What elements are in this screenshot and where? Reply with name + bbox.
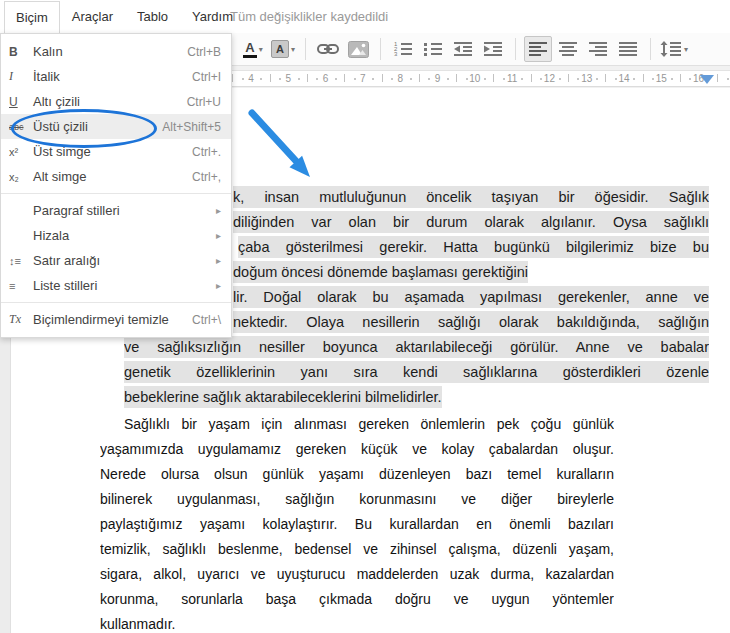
menu-item-liste-stilleri[interactable]: ≡Liste stilleri▸ — [1, 273, 231, 298]
menu-shortcut: Ctrl+. — [192, 145, 221, 159]
menu-item-hizala[interactable]: Hizala▸ — [1, 223, 231, 248]
align-center-icon — [558, 41, 578, 57]
ruler-number: 13 — [577, 73, 597, 84]
menu-shortcut: Ctrl+U — [187, 95, 221, 109]
menu-shortcut: Ctrl+\ — [192, 313, 221, 327]
menu-item-i̇talik[interactable]: IİtalikCtrl+I — [1, 64, 231, 89]
menubar-item-biçim[interactable]: Biçim — [4, 1, 60, 33]
align-right-icon — [588, 41, 608, 57]
menu-item-label: Paragraf stilleri — [33, 203, 216, 218]
menu-item-üstü-çizili[interactable]: abcÜstü çiziliAlt+Shift+5 — [1, 114, 231, 139]
menu-item-altı-çizili[interactable]: UAltı çiziliCtrl+U — [1, 89, 231, 114]
text-color-icon: A — [243, 41, 256, 58]
subscript-icon: x₂ — [9, 171, 33, 183]
ruler-tick — [270, 74, 271, 82]
ruler-tick — [559, 78, 561, 80]
line-spacing-button[interactable]: ▾ — [659, 36, 689, 62]
align-justify-button[interactable] — [614, 36, 642, 62]
text-line: sigara, alkol, uyarıcı ve uyuşturucu mad… — [100, 563, 614, 585]
superscript-icon: x² — [9, 146, 33, 158]
text-color-button[interactable]: A ▾ — [239, 36, 267, 62]
autosave-status: Tüm değişiklikler kaydedildi — [230, 9, 388, 24]
ruler-tick — [456, 74, 457, 82]
line-spacing-icon — [660, 41, 682, 57]
ruler-tick — [596, 78, 598, 80]
menubar-item-tablo[interactable]: Tablo — [125, 1, 180, 32]
ruler-number: 10 — [465, 73, 485, 84]
menu-item-label: Kalın — [33, 44, 187, 59]
submenu-arrow-icon: ▸ — [216, 230, 221, 241]
bullet-list-button[interactable] — [419, 36, 447, 62]
text-line: Nerede olursa olsun günlük yaşamı düzenl… — [100, 463, 614, 485]
ruler-tick — [298, 78, 300, 80]
menu-item-label: İtalik — [33, 69, 192, 84]
bullet-list-icon — [423, 41, 443, 57]
menu-separator — [1, 193, 231, 194]
line-spacing-icon: ↕≡ — [9, 255, 33, 267]
increase-indent-button[interactable] — [479, 36, 507, 62]
text-line: k, insan mutluluğunun öncelik taşıyan bi… — [233, 186, 709, 208]
menu-separator — [1, 302, 231, 303]
text-line: genetik özelliklerinin yanı sıra kendi s… — [124, 361, 709, 383]
menu-item-kalın[interactable]: BKalınCtrl+B — [1, 39, 231, 64]
chevron-down-icon: ▾ — [291, 45, 295, 54]
menu-item-label: Alt simge — [33, 169, 192, 184]
menu-shortcut: Ctrl+I — [192, 70, 221, 84]
toolbar-separator — [380, 38, 381, 60]
right-indent-marker[interactable] — [700, 75, 714, 84]
svg-text:3: 3 — [394, 51, 398, 57]
insert-link-button[interactable] — [314, 36, 342, 62]
text-line: Sağlıklı bir yaşam için alınması gereken… — [124, 413, 614, 435]
insert-image-button[interactable] — [344, 36, 372, 62]
text-line: yaşamımızda uygulamamız gereken küçük ve… — [100, 438, 614, 460]
text-line: çaba gösterilmesi gerekir. Hatta bugünkü… — [238, 236, 709, 258]
menu-item-paragraf-stilleri[interactable]: Paragraf stilleri▸ — [1, 198, 231, 223]
ruler-tick — [671, 78, 673, 80]
ruler-tick — [232, 74, 233, 82]
ruler-number: 5 — [278, 73, 298, 84]
menubar-item-araçlar[interactable]: Araçlar — [60, 1, 125, 32]
menu-item-label: Biçimlendirmeyi temizle — [33, 312, 192, 327]
decrease-indent-button[interactable] — [449, 36, 477, 62]
menu-item-alt-simge[interactable]: x₂Alt simgeCtrl+, — [1, 164, 231, 189]
chevron-down-icon: ▾ — [259, 45, 263, 54]
ruler-tick — [605, 74, 606, 82]
ruler-number: 11 — [502, 73, 522, 84]
chevron-down-icon: ▾ — [684, 45, 688, 54]
text-line: temizlik, sağlıklı beslenme, bedensel ve… — [100, 538, 614, 560]
google-docs-window: k, insan mutluluğunun öncelik taşıyan bi… — [0, 0, 730, 633]
ruler-tick — [633, 78, 635, 80]
ruler-tick — [419, 74, 420, 82]
italic-icon: I — [9, 69, 33, 84]
menu-item-label: Üstü çizili — [33, 119, 162, 134]
toolbar-separator — [515, 38, 516, 60]
menu-item-biçimlendirmeyi-temizle[interactable]: TxBiçimlendirmeyi temizleCtrl+\ — [1, 307, 231, 332]
align-left-button[interactable] — [524, 36, 552, 62]
ruler-tick — [447, 78, 449, 80]
ruler-tick — [717, 74, 718, 82]
numbered-list-button[interactable]: 123 — [389, 36, 417, 62]
submenu-arrow-icon: ▸ — [216, 205, 221, 216]
menu-shortcut: Alt+Shift+5 — [162, 120, 221, 134]
align-right-button[interactable] — [584, 36, 612, 62]
ruler-tick — [493, 74, 494, 82]
ruler-tick — [307, 74, 308, 82]
text-line: paylaştığımız yaşamı kolaylaştırır. Bu k… — [100, 513, 614, 535]
text-line: diliğinden var olan bir durum olarak alg… — [233, 211, 709, 233]
ruler-tick — [372, 78, 374, 80]
ruler-tick — [727, 78, 729, 80]
ruler-tick — [680, 74, 681, 82]
menu-item-label: Hizala — [33, 228, 216, 243]
bold-icon: B — [9, 45, 33, 59]
align-center-button[interactable] — [554, 36, 582, 62]
text-line: lir. Doğal olarak bu aşamada yapılması g… — [233, 286, 709, 308]
menu-item-label: Altı çizili — [33, 94, 187, 109]
highlight-color-icon: A — [271, 40, 289, 58]
ruler-number: 12 — [539, 73, 559, 84]
menu-item-üst-simge[interactable]: x²Üst simgeCtrl+. — [1, 139, 231, 164]
highlight-color-button[interactable]: A ▾ — [269, 36, 297, 62]
menu-item-satır-aralığı[interactable]: ↕≡Satır aralığı▸ — [1, 248, 231, 273]
text-line: bilinerek uygulanması, sağlığın korunmas… — [100, 488, 614, 510]
ruler-number: 9 — [428, 73, 448, 84]
decrease-indent-icon — [453, 41, 473, 57]
